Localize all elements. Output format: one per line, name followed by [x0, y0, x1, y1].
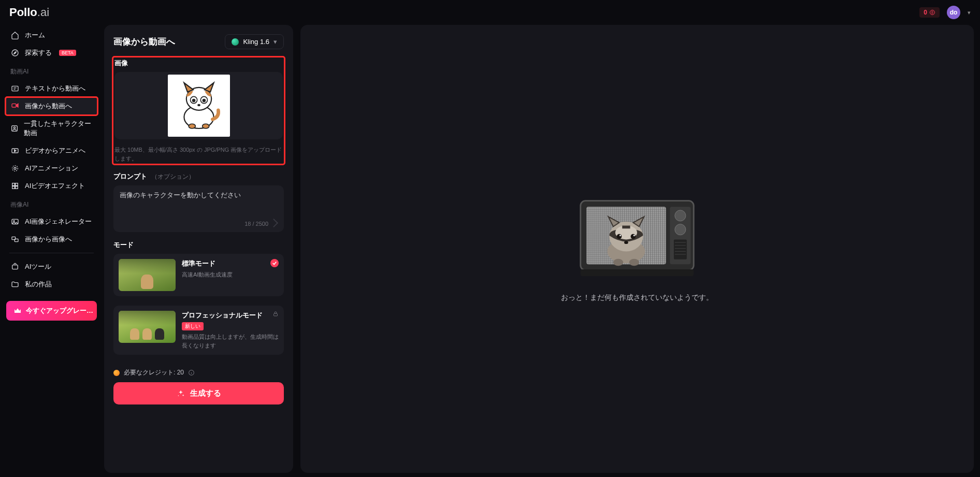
chevron-down-icon: ▾ — [273, 38, 277, 46]
sidebar-item-my-works[interactable]: 私の作品 — [6, 276, 97, 293]
panel-title: 画像から動画へ — [113, 36, 175, 48]
svg-rect-33 — [581, 269, 694, 276]
sidebar-item-image-to-image[interactable]: 画像から画像へ — [6, 231, 97, 248]
svg-point-55 — [633, 235, 635, 236]
image-to-video-icon — [10, 102, 20, 111]
topbar-right: 0 do ▾ — [919, 6, 971, 19]
sidebar-item-label: AIツール — [25, 262, 51, 271]
svg-point-40 — [675, 210, 686, 221]
sidebar-separator — [9, 253, 94, 253]
prompt-section: プロンプト （オプション） 画像のキャラクターを動かしてください 18 / 25… — [113, 172, 284, 232]
svg-point-10 — [14, 167, 16, 169]
settings-panel: 画像から動画へ Kling 1.6 ▾ 画像 — [104, 25, 293, 473]
sidebar-group-video: 動画AI — [6, 62, 97, 79]
svg-point-41 — [675, 224, 686, 235]
sidebar-item-image-to-video[interactable]: 画像から動画へ — [6, 98, 97, 114]
empty-state-illustration — [578, 195, 697, 281]
sidebar-item-home[interactable]: ホーム — [6, 27, 97, 44]
beta-badge: BETA — [59, 50, 76, 56]
sidebar-item-ai-image-generator[interactable]: AI画像ジェネレーター — [6, 213, 97, 230]
mode-standard-title: 標準モード — [182, 259, 279, 268]
credits-label: 必要なクレジット: 20 — [124, 368, 184, 377]
chevron-down-icon[interactable]: ▾ — [968, 9, 971, 16]
mode-professional[interactable]: プロフェッショナルモード 新しい 動画品質は向上しますが、生成時間は長くなります — [113, 306, 284, 355]
sidebar: ホーム 探索する BETA 動画AI テキストから動画へ 画 — [6, 25, 97, 473]
sidebar-item-text-to-video[interactable]: テキストから動画へ — [6, 80, 97, 97]
svg-point-58 — [629, 259, 639, 266]
svg-point-26 — [202, 99, 206, 103]
sidebar-item-label: 私の作品 — [25, 280, 52, 289]
sidebar-item-label: 画像から画像へ — [25, 235, 72, 244]
mode-label: モード — [113, 240, 284, 250]
logo-suffix: .ai — [37, 6, 49, 19]
prompt-label: プロンプト — [113, 172, 147, 181]
preview-panel: おっと！まだ何も作成されていないようです。 — [300, 25, 974, 473]
svg-rect-14 — [12, 186, 15, 189]
sidebar-item-label: AIアニメーション — [25, 164, 78, 173]
svg-point-52 — [617, 234, 622, 239]
sidebar-item-label: AI画像ジェネレーター — [25, 217, 92, 226]
credits-required: 必要なクレジット: 20 — [113, 368, 284, 377]
uploaded-image-thumbnail[interactable] — [168, 75, 230, 137]
video-anime-icon — [10, 146, 20, 155]
sidebar-item-label: 画像から動画へ — [25, 102, 72, 111]
model-dot — [232, 38, 239, 46]
svg-point-27 — [197, 104, 200, 106]
logo[interactable]: Pollo.ai — [9, 6, 49, 19]
svg-rect-3 — [12, 86, 18, 91]
sidebar-item-ai-animation[interactable]: AIアニメーション — [6, 160, 97, 177]
generate-label: 生成する — [190, 388, 221, 398]
svg-rect-20 — [12, 265, 18, 269]
upgrade-button[interactable]: 今すぐアップグレー… — [6, 301, 97, 321]
check-icon — [270, 259, 279, 267]
sidebar-item-consistent-character[interactable]: 一貫したキャラクター動画 — [6, 115, 97, 141]
new-badge: 新しい — [182, 322, 204, 330]
prompt-input[interactable]: 画像のキャラクターを動かしてください 18 / 2500 — [113, 185, 284, 232]
credit-badge[interactable]: 0 — [919, 7, 940, 18]
topbar: Pollo.ai 0 do ▾ — [0, 0, 980, 25]
sidebar-item-video-to-anime[interactable]: ビデオからアニメへ — [6, 142, 97, 159]
svg-rect-51 — [622, 226, 630, 229]
model-select[interactable]: Kling 1.6 ▾ — [225, 34, 284, 49]
image-upload-area[interactable] — [114, 72, 283, 139]
sidebar-item-explore[interactable]: 探索する BETA — [6, 45, 97, 61]
compass-icon — [10, 48, 20, 57]
text-icon — [10, 84, 20, 93]
mode-pro-title: プロフェッショナルモード — [182, 311, 279, 320]
svg-rect-12 — [12, 183, 15, 186]
image-gen-icon — [10, 217, 20, 226]
svg-point-25 — [192, 99, 195, 103]
upload-hint: 最大 10MB、最小幅/高さ 300px の JPG/PNG 画像をアップロード… — [114, 143, 283, 163]
svg-rect-13 — [16, 183, 18, 186]
credit-coin-icon — [113, 370, 120, 376]
svg-marker-2 — [13, 51, 16, 54]
svg-point-56 — [624, 241, 628, 244]
svg-marker-9 — [15, 150, 16, 152]
mode-section: モード 標準モード 高速AI動画生成速度 プ — [113, 240, 284, 355]
mode-standard[interactable]: 標準モード 高速AI動画生成速度 — [113, 254, 284, 296]
sparkle-icon — [177, 389, 185, 398]
character-icon — [10, 124, 19, 133]
image-section: 画像 — [113, 57, 284, 164]
model-label: Kling 1.6 — [243, 38, 269, 46]
svg-point-53 — [619, 235, 621, 236]
animation-icon — [10, 164, 20, 173]
tv-raccoon-icon — [578, 195, 697, 281]
sidebar-item-ai-video-effects[interactable]: AIビデオエフェクト — [6, 178, 97, 194]
effects-icon — [10, 181, 20, 191]
svg-point-57 — [613, 259, 623, 266]
sidebar-item-label: 一貫したキャラクター動画 — [24, 119, 93, 138]
prompt-optional: （オプション） — [151, 172, 195, 181]
avatar[interactable]: do — [947, 6, 960, 19]
sidebar-item-ai-tools[interactable]: AIツール — [6, 258, 97, 275]
mode-standard-desc: 高速AI動画生成速度 — [182, 270, 279, 279]
svg-point-17 — [13, 221, 15, 222]
mode-pro-thumb — [119, 311, 176, 343]
svg-point-11 — [12, 166, 18, 171]
svg-point-7 — [13, 127, 15, 128]
svg-rect-30 — [274, 314, 278, 316]
info-icon[interactable] — [188, 369, 195, 376]
generate-button[interactable]: 生成する — [113, 382, 284, 404]
svg-point-29 — [202, 124, 209, 128]
mode-pro-desc: 動画品質は向上しますが、生成時間は長くなります — [182, 333, 279, 350]
